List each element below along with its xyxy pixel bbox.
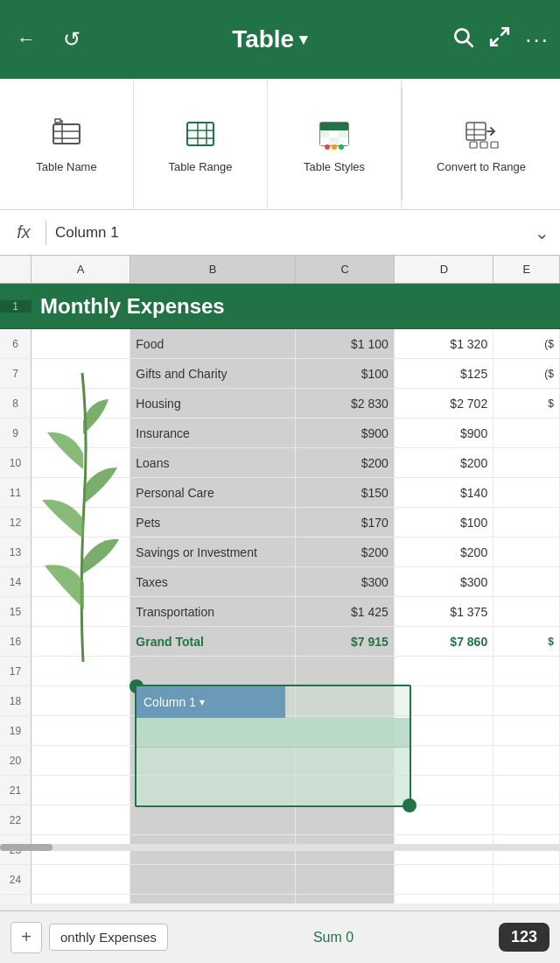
cell-a[interactable]: [32, 686, 130, 715]
cell-c[interactable]: $100: [296, 359, 395, 388]
cell-d[interactable]: $200: [395, 538, 494, 566]
expand-icon[interactable]: [488, 25, 511, 53]
col-header-e[interactable]: E: [494, 256, 560, 283]
table-row[interactable]: 14 Taxes $300 $300: [0, 567, 560, 597]
col-header-d[interactable]: D: [395, 256, 494, 283]
table-selection[interactable]: Column 1 ▾: [135, 685, 411, 807]
cell-a[interactable]: [32, 418, 130, 447]
cell-c[interactable]: [296, 805, 395, 834]
cell-d[interactable]: [395, 657, 494, 685]
cell-a[interactable]: [32, 478, 130, 507]
scrollbar-thumb[interactable]: [0, 844, 52, 851]
cell-b[interactable]: Personal Care: [130, 478, 295, 507]
selection-handle-bottom-right[interactable]: [402, 798, 416, 812]
cell-a[interactable]: [32, 716, 130, 745]
cell-a[interactable]: [32, 746, 130, 775]
horizontal-scrollbar[interactable]: [0, 844, 560, 851]
ribbon-table-range[interactable]: Table Range: [134, 79, 268, 209]
table-row[interactable]: 6 Food $1 100 $1 320 ($: [0, 329, 560, 359]
cell-a[interactable]: [32, 508, 130, 537]
cell-d[interactable]: $7 860: [395, 627, 494, 656]
cell-e[interactable]: [494, 865, 560, 894]
col-header-c[interactable]: C: [296, 256, 395, 283]
cell-c[interactable]: $150: [296, 478, 395, 507]
formula-chevron-icon[interactable]: ⌄: [535, 222, 550, 243]
cell-a[interactable]: [32, 359, 130, 388]
cell-c[interactable]: $1 425: [296, 597, 395, 626]
cell-b[interactable]: [130, 657, 295, 685]
table-row[interactable]: 10 Loans $200 $200: [0, 448, 560, 478]
cell-b[interactable]: Pets: [130, 508, 295, 537]
cell-e[interactable]: $: [494, 627, 560, 656]
cell-c[interactable]: $1 100: [296, 329, 395, 358]
cell-a[interactable]: [32, 627, 130, 656]
cell-b[interactable]: Taxes: [130, 567, 295, 596]
cell-b[interactable]: Insurance: [130, 418, 295, 447]
cell-b[interactable]: Transportation: [130, 597, 295, 626]
cell-d[interactable]: $140: [395, 478, 494, 507]
cell-e[interactable]: [494, 567, 560, 596]
table-column-header[interactable]: Column 1 ▾: [136, 686, 285, 718]
cell-a[interactable]: [32, 538, 130, 566]
cell-d[interactable]: $200: [395, 448, 494, 477]
cell-b[interactable]: [130, 865, 295, 894]
cell-e[interactable]: ($: [494, 359, 560, 388]
undo-button[interactable]: ↺: [56, 27, 88, 52]
cell-c[interactable]: $900: [296, 418, 395, 447]
cell-c[interactable]: $200: [296, 538, 395, 566]
empty-row[interactable]: 17: [0, 657, 560, 686]
cell-c[interactable]: [296, 895, 395, 903]
cell-e[interactable]: [494, 716, 560, 745]
ribbon-table-styles[interactable]: Table Styles: [268, 79, 402, 209]
cell-e[interactable]: [494, 418, 560, 447]
table-row[interactable]: 12 Pets $170 $100: [0, 508, 560, 538]
cell-a[interactable]: [32, 389, 130, 418]
empty-row[interactable]: 25: [0, 895, 560, 903]
cell-e[interactable]: [494, 686, 560, 715]
cell-b[interactable]: [130, 805, 295, 834]
cell-d[interactable]: [395, 865, 494, 894]
cell-a[interactable]: [32, 895, 130, 903]
cell-b[interactable]: Grand Total: [130, 627, 295, 656]
cell-a[interactable]: [32, 657, 130, 685]
back-button[interactable]: ←: [10, 28, 42, 51]
cell-e[interactable]: [494, 657, 560, 685]
toolbar-title-chevron[interactable]: ▾: [299, 30, 307, 49]
table-row[interactable]: 13 Savings or Investment $200 $200: [0, 538, 560, 567]
cell-c[interactable]: $7 915: [296, 627, 395, 656]
cell-a[interactable]: [32, 865, 130, 894]
cell-a[interactable]: [32, 597, 130, 626]
cell-b[interactable]: Savings or Investment: [130, 538, 295, 566]
cell-c[interactable]: [296, 865, 395, 894]
cell-e[interactable]: [494, 746, 560, 775]
cell-e[interactable]: [494, 508, 560, 537]
cell-e[interactable]: [494, 538, 560, 566]
cell-d[interactable]: [395, 895, 494, 903]
cell-b[interactable]: Housing: [130, 389, 295, 418]
cell-b[interactable]: Food: [130, 329, 295, 358]
dropdown-arrow-icon[interactable]: ▾: [200, 696, 205, 708]
cell-d[interactable]: $2 702: [395, 389, 494, 418]
cell-b[interactable]: [130, 895, 295, 903]
cell-c[interactable]: $200: [296, 448, 395, 477]
cell-a[interactable]: [32, 776, 130, 805]
cell-a[interactable]: [32, 329, 130, 358]
cell-d[interactable]: $125: [395, 359, 494, 388]
cell-e[interactable]: [494, 895, 560, 903]
cell-c[interactable]: $300: [296, 567, 395, 596]
cell-c[interactable]: $2 830: [296, 389, 395, 418]
table-row[interactable]: 15 Transportation $1 425 $1 375: [0, 597, 560, 627]
table-row[interactable]: 16 Grand Total $7 915 $7 860 $: [0, 627, 560, 657]
col-header-b[interactable]: B: [130, 256, 296, 283]
cell-e[interactable]: ($: [494, 329, 560, 358]
table-row[interactable]: 9 Insurance $900 $900: [0, 418, 560, 448]
cell-e[interactable]: [494, 776, 560, 805]
table-row[interactable]: 11 Personal Care $150 $140: [0, 478, 560, 508]
cell-e[interactable]: $: [494, 389, 560, 418]
cell-d[interactable]: $1 320: [395, 329, 494, 358]
empty-row[interactable]: 22: [0, 805, 560, 835]
table-row[interactable]: 7 Gifts and Charity $100 $125 ($: [0, 359, 560, 389]
cell-e[interactable]: [494, 448, 560, 477]
ribbon-table-name[interactable]: Table Name: [0, 79, 134, 209]
cell-c[interactable]: $170: [296, 508, 395, 537]
